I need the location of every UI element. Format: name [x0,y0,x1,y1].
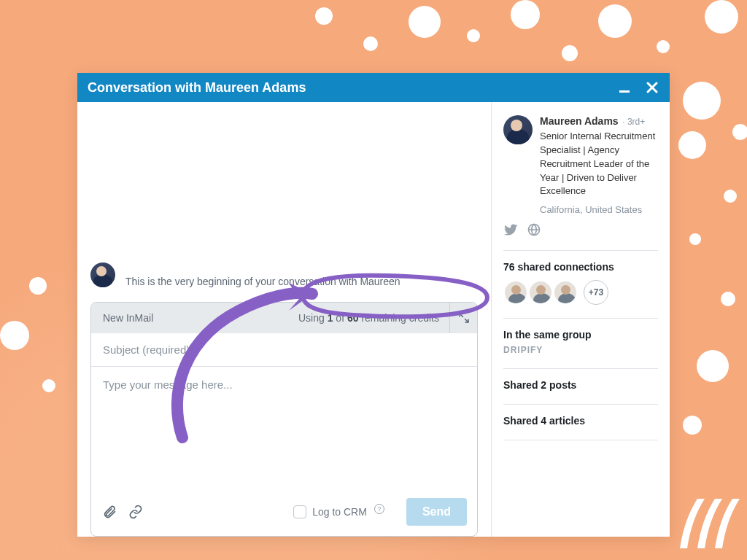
twitter-icon [503,222,518,237]
inmail-composer: New InMail Using 1 of 60 remaining credi… [90,302,478,537]
message-input[interactable] [91,367,477,491]
svg-rect-0 [619,90,630,93]
conversation-pane: This is the very beginning of your conve… [77,102,492,537]
shared-posts-title[interactable]: Shared 2 posts [503,379,658,391]
globe-icon [527,222,541,237]
avatar[interactable] [528,280,553,305]
profile-location: California, United States [540,204,658,215]
window-title: Conversation with Maureen Adams [88,80,306,96]
composer-title: New InMail [91,312,165,324]
credits-suffix: remaining credits [359,312,440,324]
divider [503,440,658,440]
profile-title: Senior Internal Recruitment Specialist |… [540,130,658,198]
website-link[interactable] [527,222,541,237]
avatar [90,262,115,287]
decoration-dot [657,40,670,53]
divider [503,404,658,405]
decoration-dot [315,7,333,25]
decoration-dot [724,190,737,203]
profile-name[interactable]: Maureen Adams [540,115,619,127]
decoration-dot [363,36,378,51]
decoration-dot [409,6,441,38]
subject-input[interactable] [91,333,477,367]
avatar [503,115,533,144]
send-button[interactable]: Send [406,498,467,526]
attach-button[interactable] [101,504,117,520]
credits-middle: of [333,312,347,324]
shared-connections-title[interactable]: 76 shared connections [503,261,658,273]
decoration-dot [467,29,480,42]
social-links-row [503,222,658,237]
decoration-dot [0,321,29,350]
brand-logo-icon [667,490,740,556]
shared-articles-title[interactable]: Shared 4 articles [503,415,658,427]
profile-sidebar: Maureen Adams · 3rd+ Senior Internal Rec… [492,102,670,537]
divider [503,250,658,251]
decoration-dot [705,0,738,34]
expand-icon [459,313,469,323]
credits-total: 60 [347,312,359,324]
profile-header: Maureen Adams · 3rd+ Senior Internal Rec… [503,115,658,215]
minimize-icon [618,81,631,94]
profile-degree: · 3rd+ [622,117,645,127]
expand-button[interactable] [449,303,477,333]
same-group-title: In the same group [503,329,658,341]
link-button[interactable] [128,504,144,520]
decoration-dot [42,379,55,392]
conversation-start-row: This is the very beginning of your conve… [90,115,478,302]
composer-header: New InMail Using 1 of 60 remaining credi… [91,303,477,333]
avatar[interactable] [503,280,528,305]
twitter-link[interactable] [503,222,518,237]
decoration-dot [683,82,721,120]
window-titlebar: Conversation with Maureen Adams [77,73,670,102]
decoration-dot [721,292,735,306]
decoration-dot [689,233,701,245]
paperclip-icon [102,505,117,519]
link-icon [128,505,143,519]
credits-indicator: Using 1 of 60 remaining credits [288,312,449,324]
log-to-crm-label: Log to CRM [312,506,367,518]
group-name[interactable]: DRIPIFY [503,345,658,355]
divider [503,368,658,369]
decoration-dot [678,131,706,159]
close-icon [646,81,659,94]
minimize-button[interactable] [617,80,632,95]
divider [503,318,658,319]
decoration-dot [29,277,47,295]
decoration-dot [732,124,747,140]
shared-connections-avatars: +73 [503,280,658,305]
decoration-dot [697,350,729,382]
composer-footer: Log to CRM ? Send [91,491,477,536]
more-connections-button[interactable]: +73 [584,280,608,305]
conversation-start-text: This is the very beginning of your conve… [125,276,400,287]
decoration-dot [598,4,632,38]
help-icon[interactable]: ? [374,504,384,514]
decoration-dot [683,416,702,435]
close-button[interactable] [645,80,659,95]
avatar[interactable] [553,280,578,305]
log-to-crm-toggle[interactable]: Log to CRM ? [293,505,384,518]
decoration-dot [511,0,540,29]
background: Conversation with Maureen Adams This is … [0,0,747,560]
checkbox-icon [293,505,306,518]
conversation-window: Conversation with Maureen Adams This is … [77,73,670,537]
decoration-dot [562,45,578,61]
credits-prefix: Using [298,312,328,324]
